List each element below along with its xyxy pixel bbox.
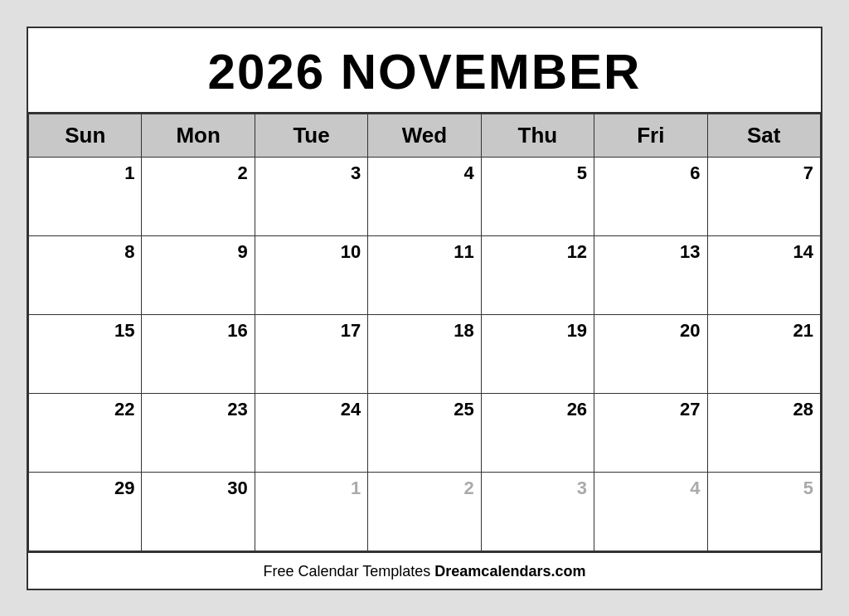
day-number: 24: [259, 399, 361, 420]
calendar-day-cell: 4: [594, 472, 707, 551]
day-number: 20: [598, 320, 700, 342]
calendar-day-cell: 3: [255, 157, 367, 235]
calendar-day-cell: 9: [142, 235, 255, 314]
day-number: 18: [371, 320, 473, 342]
calendar-day-cell: 12: [481, 235, 594, 314]
calendar-week-row: 22232425262728: [29, 393, 821, 472]
calendar-day-cell: 1: [255, 472, 367, 551]
calendar-day-cell: 15: [29, 314, 142, 393]
calendar-week-row: 293012345: [29, 472, 821, 551]
calendar-day-cell: 21: [707, 314, 820, 393]
calendar-day-cell: 4: [368, 157, 481, 235]
day-number: 23: [145, 399, 247, 420]
calendar-week-row: 1234567: [29, 157, 821, 235]
day-number: 11: [371, 241, 473, 263]
day-number: 15: [32, 320, 134, 342]
day-header-thu: Thu: [481, 114, 594, 157]
calendar-container: 2026 NOVEMBER SunMonTueWedThuFriSat 1234…: [27, 27, 822, 590]
day-number: 3: [485, 478, 587, 499]
day-number: 3: [259, 162, 361, 184]
calendar-day-cell: 28: [707, 393, 820, 472]
day-number: 16: [145, 320, 247, 342]
calendar-week-row: 891011121314: [29, 235, 821, 314]
day-number: 13: [598, 241, 700, 263]
calendar-day-cell: 24: [255, 393, 367, 472]
day-number: 7: [711, 162, 813, 184]
calendar-day-cell: 25: [368, 393, 481, 472]
day-number: 6: [598, 162, 700, 184]
calendar-week-row: 15161718192021: [29, 314, 821, 393]
day-number: 22: [32, 399, 134, 420]
day-number: 4: [598, 478, 700, 499]
calendar-day-cell: 10: [255, 235, 367, 314]
calendar-day-cell: 22: [29, 393, 142, 472]
calendar-day-cell: 8: [29, 235, 142, 314]
day-number: 1: [259, 478, 361, 499]
day-number: 8: [32, 241, 134, 263]
calendar-day-cell: 2: [142, 157, 255, 235]
calendar-day-cell: 27: [594, 393, 707, 472]
calendar-grid: SunMonTueWedThuFriSat 123456789101112131…: [28, 114, 821, 551]
day-number: 1: [32, 162, 134, 184]
day-number: 10: [259, 241, 361, 263]
day-number: 5: [711, 478, 813, 499]
day-number: 12: [485, 241, 587, 263]
day-number: 2: [371, 478, 473, 499]
calendar-day-cell: 3: [481, 472, 594, 551]
day-number: 25: [371, 399, 473, 420]
day-number: 5: [485, 162, 587, 184]
calendar-day-cell: 6: [594, 157, 707, 235]
calendar-day-cell: 18: [368, 314, 481, 393]
day-header-wed: Wed: [368, 114, 481, 157]
calendar-day-cell: 7: [707, 157, 820, 235]
day-header-fri: Fri: [594, 114, 707, 157]
day-number: 26: [485, 399, 587, 420]
calendar-day-cell: 30: [142, 472, 255, 551]
day-number: 14: [711, 241, 813, 263]
day-header-row: SunMonTueWedThuFriSat: [29, 114, 821, 157]
day-header-sat: Sat: [707, 114, 820, 157]
day-header-sun: Sun: [29, 114, 142, 157]
day-number: 27: [598, 399, 700, 420]
calendar-day-cell: 11: [368, 235, 481, 314]
calendar-day-cell: 16: [142, 314, 255, 393]
day-number: 17: [259, 320, 361, 342]
calendar-day-cell: 29: [29, 472, 142, 551]
calendar-day-cell: 23: [142, 393, 255, 472]
calendar-day-cell: 14: [707, 235, 820, 314]
day-header-tue: Tue: [255, 114, 367, 157]
calendar-day-cell: 5: [481, 157, 594, 235]
calendar-title: 2026 NOVEMBER: [28, 28, 821, 114]
day-number: 19: [485, 320, 587, 342]
calendar-day-cell: 1: [29, 157, 142, 235]
day-number: 2: [145, 162, 247, 184]
day-number: 21: [711, 320, 813, 342]
day-header-mon: Mon: [142, 114, 255, 157]
footer-normal-text: Free Calendar Templates: [264, 563, 435, 580]
calendar-day-cell: 26: [481, 393, 594, 472]
calendar-day-cell: 19: [481, 314, 594, 393]
calendar-day-cell: 13: [594, 235, 707, 314]
day-number: 9: [145, 241, 247, 263]
calendar-day-cell: 2: [368, 472, 481, 551]
day-number: 28: [711, 399, 813, 420]
calendar-day-cell: 5: [707, 472, 820, 551]
calendar-footer: Free Calendar Templates Dreamcalendars.c…: [28, 551, 821, 589]
footer-bold-text: Dreamcalendars.com: [434, 563, 585, 580]
day-number: 4: [371, 162, 473, 184]
calendar-day-cell: 17: [255, 314, 367, 393]
calendar-day-cell: 20: [594, 314, 707, 393]
day-number: 30: [145, 478, 247, 499]
day-number: 29: [32, 478, 134, 499]
